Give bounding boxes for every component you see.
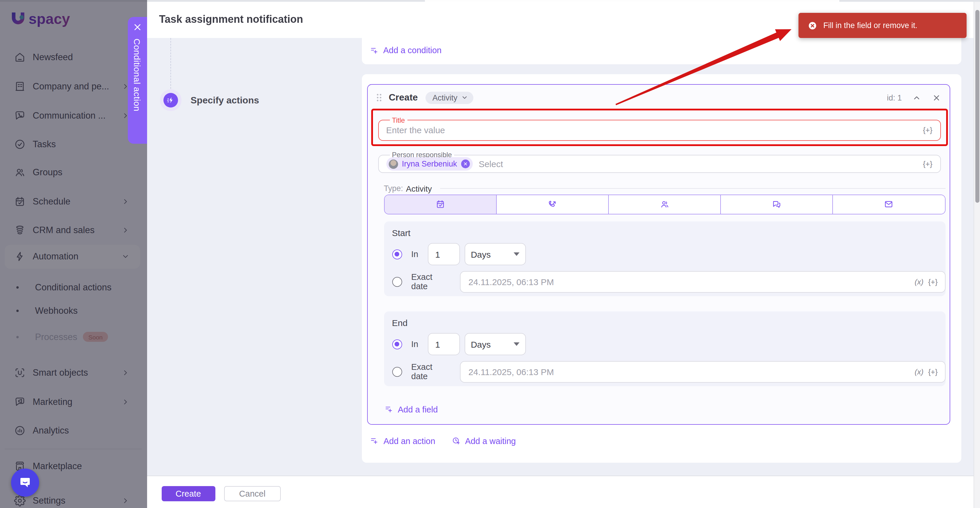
person-chip[interactable]: Iryna Serbeniuk [386, 157, 473, 171]
playlist-add-icon [384, 405, 393, 414]
tab-task[interactable] [384, 195, 496, 214]
end-label: End [392, 318, 407, 327]
modal-backdrop[interactable] [0, 0, 147, 508]
insert-variable-icon[interactable]: {+} [928, 277, 938, 286]
start-in-value-input[interactable] [428, 243, 460, 265]
insert-variable-icon[interactable]: {+} [923, 126, 932, 134]
error-circle-icon [808, 21, 817, 30]
close-icon[interactable] [932, 93, 941, 102]
end-panel: End In Days Exact date [384, 311, 945, 386]
start-unit-label: Days [471, 249, 491, 259]
tab-meeting[interactable] [609, 195, 721, 214]
date-placeholder: 24.11.2025, 06:13 PM [468, 276, 554, 287]
screen: spacy Newsfeed Company and pe... Communi… [0, 0, 980, 508]
start-unit-select[interactable]: Days [464, 243, 526, 265]
create-button[interactable]: Create [161, 486, 215, 501]
insert-variable-icon[interactable]: {+} [928, 367, 938, 376]
conditions-card: Add a condition [362, 38, 961, 64]
link-label: Add a condition [383, 46, 442, 55]
modal-title: Task assignment notification [159, 13, 303, 26]
chip-remove-icon[interactable] [461, 160, 470, 168]
title-field[interactable]: Title Enter the value {+} [378, 117, 940, 141]
type-prefix: Type: [384, 184, 403, 193]
modal-footer: Create Cancel [147, 476, 974, 508]
add-waiting-button[interactable]: Add a waiting [452, 436, 516, 446]
activity-type-tabs [384, 194, 945, 214]
clock-add-icon [452, 436, 460, 445]
email-icon [884, 200, 894, 209]
end-exact-date-input[interactable]: 24.11.2025, 06:13 PM (x) {+} [460, 361, 945, 382]
tab-call[interactable] [496, 195, 608, 214]
end-exact-label: Exact date [411, 362, 451, 381]
link-label: Add an action [383, 436, 435, 446]
chat-icon [772, 200, 781, 209]
start-label: Start [392, 228, 410, 238]
end-in-radio[interactable] [392, 339, 402, 349]
person-responsible-field[interactable]: Person responsible Iryna Serbeniuk Selec… [378, 151, 940, 173]
start-panel: Start In Days Exact date [384, 221, 945, 296]
add-field-button[interactable]: Add a field [384, 404, 438, 414]
step-indicator [160, 89, 181, 111]
add-condition-button[interactable]: Add a condition [370, 46, 442, 55]
type-row: Type: Activity [384, 184, 945, 193]
chat-bubble-icon [18, 476, 32, 490]
tab-chat[interactable] [721, 195, 833, 214]
action-id: id: 1 [887, 93, 902, 102]
date-placeholder: 24.11.2025, 06:13 PM [468, 367, 554, 377]
start-exact-date-input[interactable]: 24.11.2025, 06:13 PM (x) {+} [460, 271, 945, 292]
drag-handle-icon[interactable] [377, 93, 382, 102]
end-unit-select[interactable]: Days [464, 333, 526, 355]
action-card-header: Create Activity id: 1 [368, 85, 950, 111]
side-tab-label: Conditional action [132, 38, 142, 111]
attendees-icon [660, 200, 670, 209]
insert-variable-icon[interactable]: {+} [923, 160, 932, 168]
start-exact-label: Exact date [411, 272, 451, 291]
scrollbar[interactable] [974, 2, 980, 508]
avatar [388, 159, 398, 169]
calendar-check-icon [435, 200, 445, 209]
formula-icon[interactable]: (x) [915, 277, 923, 286]
action-title: Create [389, 92, 418, 103]
add-action-button[interactable]: Add an action [370, 436, 435, 446]
phone-outgoing-icon [547, 200, 557, 209]
divider [440, 188, 945, 189]
person-chip-name: Iryna Serbeniuk [402, 160, 457, 168]
chat-fab-button[interactable] [11, 468, 39, 496]
playlist-add-icon [370, 46, 379, 54]
modal-content: Specify actions Add a condition Create A… [147, 38, 974, 476]
formula-icon[interactable]: (x) [915, 367, 923, 376]
start-in-radio[interactable] [392, 249, 402, 259]
scrollbar-thumb[interactable] [975, 10, 979, 203]
toast-message: Fill in the field or remove it. [823, 21, 918, 30]
action-type-label: Activity [433, 93, 458, 102]
link-label: Add a field [398, 404, 438, 414]
actions-step-icon [166, 96, 175, 105]
start-in-label: In [411, 249, 418, 259]
step-label: Specify actions [191, 95, 259, 106]
link-label: Add a waiting [465, 436, 516, 446]
conditional-action-tab[interactable]: Conditional action [127, 17, 147, 144]
close-icon[interactable] [133, 22, 142, 31]
cancel-button[interactable]: Cancel [224, 486, 281, 501]
chevron-down-icon [461, 94, 468, 101]
end-unit-label: Days [471, 339, 491, 349]
end-exact-radio[interactable] [392, 367, 402, 377]
select-caret-icon [513, 252, 519, 256]
tab-email[interactable] [833, 195, 945, 214]
person-placeholder: Select [479, 159, 503, 169]
end-in-label: In [411, 339, 418, 349]
end-in-value-input[interactable] [428, 333, 460, 355]
actions-section: Create Activity id: 1 Title Ente [362, 74, 961, 462]
type-value: Activity [406, 184, 432, 193]
select-caret-icon [513, 342, 519, 346]
playlist-add-icon [370, 436, 379, 445]
error-toast[interactable]: Fill in the field or remove it. [798, 13, 966, 38]
title-field-label: Title [390, 117, 407, 123]
action-type-dropdown[interactable]: Activity [425, 91, 473, 104]
title-placeholder: Enter the value [386, 125, 445, 135]
stepper-connector [170, 38, 171, 89]
collapse-icon[interactable] [912, 93, 921, 102]
start-exact-radio[interactable] [392, 276, 402, 287]
create-activity-card: Create Activity id: 1 Title Ente [367, 84, 950, 425]
